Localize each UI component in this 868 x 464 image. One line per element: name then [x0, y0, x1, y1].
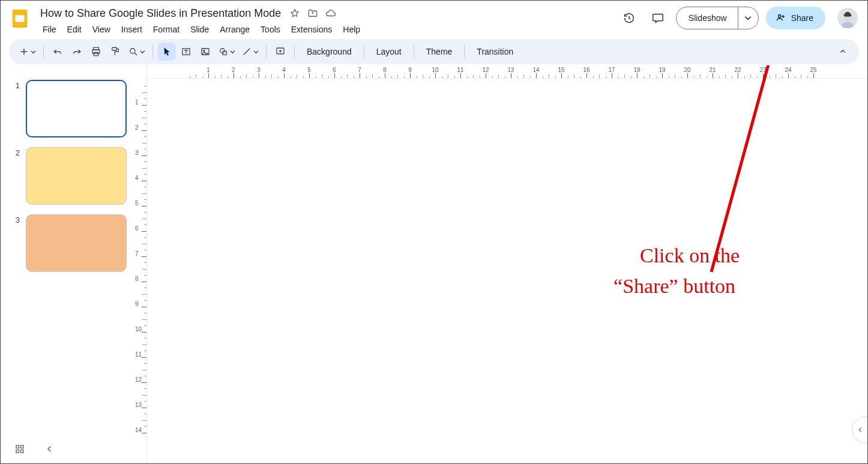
- grid-view-button[interactable]: [11, 441, 28, 457]
- chevron-down-icon: [140, 47, 145, 56]
- svg-point-9: [130, 49, 135, 53]
- menu-arrange[interactable]: Arrange: [215, 22, 255, 37]
- slide-number: 3: [14, 214, 20, 224]
- share-label: Share: [791, 13, 813, 23]
- comments-icon[interactable]: [647, 7, 669, 29]
- slide-number: 1: [14, 80, 20, 90]
- vertical-ruler: 1234567891011121314: [134, 65, 147, 463]
- cloud-saved-icon[interactable]: [324, 7, 337, 20]
- canvas-area: 1234567891011121314151617181920212223242…: [147, 65, 867, 463]
- version-history-icon[interactable]: [618, 7, 640, 29]
- add-comment-button[interactable]: [271, 43, 289, 61]
- slideshow-button-group: Slideshow: [676, 7, 759, 29]
- menu-extensions[interactable]: Extensions: [286, 22, 337, 37]
- share-button[interactable]: Share: [766, 7, 825, 29]
- svg-point-2: [778, 14, 781, 17]
- document-title[interactable]: How to Share Google Slides in Presentati…: [38, 6, 283, 21]
- slide-preview[interactable]: [26, 214, 127, 272]
- background-button[interactable]: Background: [300, 43, 359, 61]
- menu-help[interactable]: Help: [338, 22, 365, 37]
- slideshow-button[interactable]: Slideshow: [677, 7, 738, 29]
- star-icon[interactable]: [288, 7, 301, 20]
- slide-preview[interactable]: [26, 147, 127, 205]
- svg-rect-7: [94, 53, 98, 56]
- toolbar: Background Layout Theme Transition: [9, 39, 859, 64]
- svg-rect-8: [112, 47, 117, 50]
- layout-button[interactable]: Layout: [369, 43, 409, 61]
- menu-insert[interactable]: Insert: [116, 22, 147, 37]
- menu-tools[interactable]: Tools: [256, 22, 285, 37]
- annotation-text: Click on the“Share” button: [609, 209, 740, 332]
- share-people-icon: [776, 12, 786, 25]
- print-button[interactable]: [87, 43, 105, 61]
- theme-button[interactable]: Theme: [419, 43, 460, 61]
- image-tool[interactable]: [196, 43, 214, 61]
- menu-view[interactable]: View: [88, 22, 115, 37]
- collapse-filmstrip-button[interactable]: [41, 441, 58, 457]
- menu-edit[interactable]: Edit: [62, 22, 86, 37]
- svg-point-12: [203, 50, 205, 51]
- menu-format[interactable]: Format: [148, 22, 184, 37]
- slideshow-dropdown[interactable]: [738, 7, 758, 29]
- shape-tool[interactable]: [215, 43, 238, 61]
- account-avatar[interactable]: [837, 8, 858, 28]
- svg-rect-19: [16, 450, 19, 453]
- line-tool[interactable]: [239, 43, 261, 61]
- svg-point-13: [220, 49, 225, 53]
- slide-thumbnail[interactable]: 3: [1, 214, 134, 282]
- undo-button[interactable]: [49, 43, 67, 61]
- title-bar: How to Share Google Slides in Presentati…: [1, 1, 867, 35]
- hide-menus-button[interactable]: [834, 43, 852, 61]
- svg-rect-1: [15, 15, 24, 22]
- slide-number: 2: [14, 147, 20, 157]
- menu-bar: File Edit View Insert Format Slide Arran…: [38, 22, 365, 37]
- select-tool[interactable]: [158, 43, 176, 61]
- chevron-down-icon: [31, 47, 36, 56]
- svg-rect-18: [21, 445, 24, 448]
- menu-slide[interactable]: Slide: [185, 22, 214, 37]
- svg-rect-20: [21, 450, 24, 453]
- slide-preview[interactable]: [26, 80, 127, 137]
- textbox-tool[interactable]: [177, 43, 195, 61]
- slide-thumbnail[interactable]: 1: [1, 80, 134, 147]
- paint-format-button[interactable]: [106, 43, 124, 61]
- move-folder-icon[interactable]: [306, 7, 319, 20]
- svg-rect-17: [16, 445, 19, 448]
- new-slide-button[interactable]: [16, 43, 38, 61]
- slideshow-label: Slideshow: [689, 13, 727, 23]
- slides-logo[interactable]: [9, 8, 31, 29]
- slide-filmstrip[interactable]: 123: [1, 65, 134, 463]
- slide-thumbnail[interactable]: 2: [1, 147, 134, 214]
- transition-button[interactable]: Transition: [469, 43, 520, 61]
- zoom-button[interactable]: [125, 43, 148, 61]
- footer-controls: [11, 441, 58, 457]
- redo-button[interactable]: [68, 43, 86, 61]
- menu-file[interactable]: File: [38, 22, 61, 37]
- chevron-down-icon: [253, 47, 259, 56]
- chevron-down-icon: [230, 47, 235, 56]
